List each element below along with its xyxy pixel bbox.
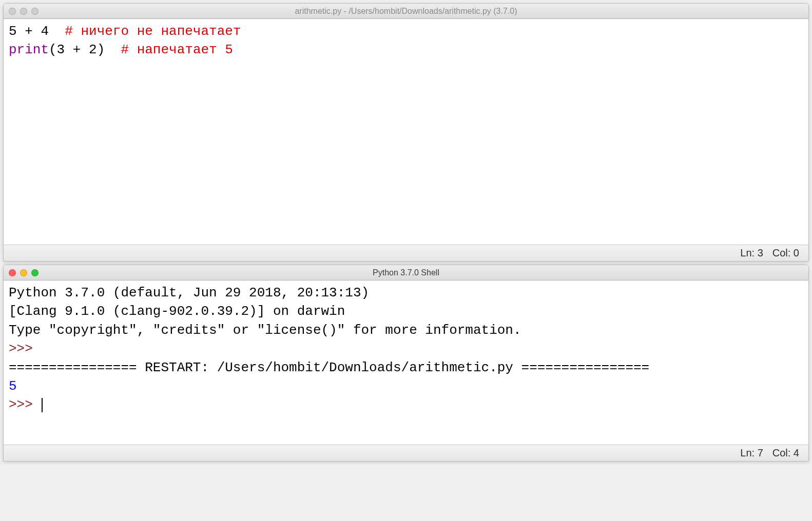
shell-status-ln: Ln: 7: [740, 447, 763, 459]
minimize-icon[interactable]: [20, 269, 27, 276]
shell-prompt-1: >>>: [9, 341, 41, 356]
shell-titlebar[interactable]: Python 3.7.0 Shell: [4, 265, 808, 280]
editor-status-ln: Ln: 3: [740, 247, 763, 259]
shell-restart-line: ================ RESTART: /Users/hombit/…: [9, 360, 649, 375]
shell-program-output: 5: [9, 378, 17, 394]
code-line-2-builtin: print: [9, 42, 49, 57]
code-line-1-expr: 5 + 4: [9, 24, 65, 39]
editor-statusbar: Ln: 3 Col: 0: [4, 245, 808, 261]
editor-titlebar[interactable]: arithmetic.py - /Users/hombit/Downloads/…: [4, 4, 808, 19]
code-editor[interactable]: 5 + 4 # ничего не напечатает print(3 + 2…: [4, 19, 808, 245]
maximize-icon[interactable]: [31, 269, 38, 276]
maximize-icon[interactable]: [31, 8, 38, 15]
shell-status-col: Col: 4: [772, 447, 799, 459]
shell-statusbar: Ln: 7 Col: 4: [4, 445, 808, 461]
shell-traffic-lights: [9, 269, 38, 276]
editor-window: arithmetic.py - /Users/hombit/Downloads/…: [3, 3, 809, 262]
shell-banner-3: Type "copyright", "credits" or "license(…: [9, 323, 521, 338]
shell-window: Python 3.7.0 Shell Python 3.7.0 (default…: [3, 265, 809, 462]
code-line-2-rest: (3 + 2): [49, 42, 121, 57]
minimize-icon[interactable]: [20, 8, 27, 15]
code-line-2-comment: # напечатает 5: [121, 42, 233, 57]
code-line-1-comment: # ничего не напечатает: [65, 24, 241, 39]
shell-output[interactable]: Python 3.7.0 (default, Jun 29 2018, 20:1…: [4, 280, 808, 445]
shell-prompt-2: >>>: [9, 397, 41, 412]
editor-traffic-lights: [9, 8, 38, 15]
close-icon[interactable]: [9, 269, 16, 276]
shell-banner-1: Python 3.7.0 (default, Jun 29 2018, 20:1…: [9, 285, 377, 300]
editor-status-col: Col: 0: [772, 247, 799, 259]
shell-banner-2: [Clang 9.1.0 (clang-902.0.39.2)] on darw…: [9, 304, 345, 319]
editor-window-title: arithmetic.py - /Users/hombit/Downloads/…: [9, 7, 803, 16]
shell-window-title: Python 3.7.0 Shell: [9, 268, 803, 277]
shell-cursor: [42, 398, 43, 412]
close-icon[interactable]: [9, 8, 16, 15]
